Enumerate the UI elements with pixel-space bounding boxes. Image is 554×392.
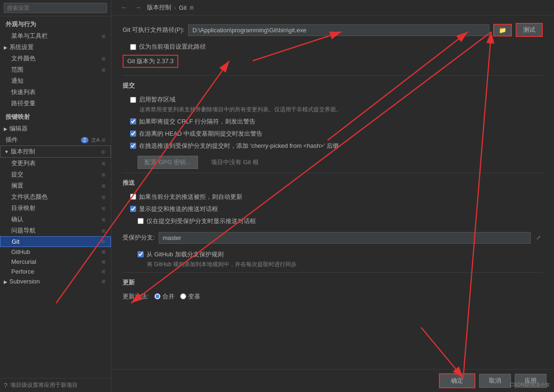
section-push: 推送	[123, 179, 543, 187]
csdn-note: CSDN@浅淡小女	[510, 381, 550, 388]
sidebar-icon-file-colors: ⊞	[102, 56, 105, 61]
breadcrumb-root: 版本控制	[147, 3, 171, 12]
ok-button[interactable]: 确定	[439, 373, 475, 388]
divider-1	[123, 75, 543, 76]
protected-branch-dialog-checkbox[interactable]	[138, 218, 144, 224]
breadcrumb-current: Git	[179, 4, 187, 11]
rebase-option: 变基	[180, 292, 200, 301]
nav-forward-button[interactable]: →	[133, 3, 143, 12]
sidebar-item-shelve[interactable]: 搁置 ⊞	[0, 180, 111, 191]
divider-2	[123, 173, 543, 173]
sidebar-item-editor[interactable]: ▶编辑器	[0, 123, 111, 134]
sidebar-icon-mercurial: ⊞	[102, 259, 105, 264]
content-area: ← → 版本控制 › Git ⊞ Git 可执行文件路径(P): 📁 测试 仅为…	[111, 0, 554, 392]
folder-button[interactable]: 📁	[493, 24, 512, 36]
show-dialog-label: 显示提交和推送的推送对话框	[139, 205, 218, 213]
protected-branch-row: 受保护分支: ⤢	[123, 230, 543, 246]
cherry-pick-row: 在挑选推送到受保护分支的提交时，添加 'cherry-picked from <…	[123, 140, 543, 152]
search-input[interactable]	[4, 3, 107, 13]
sidebar-item-file-status-color[interactable]: 文件状态颜色 ⊞	[0, 191, 111, 203]
sidebar-bottom-note[interactable]: ? 项目级设置将应用于新项目	[0, 378, 111, 392]
sidebar-item-file-colors[interactable]: 文件颜色 ⊞	[0, 53, 111, 64]
detached-head-row: 在游离的 HEAD 中或变基期间提交时发出警告	[123, 128, 543, 140]
only-for-project-checkbox[interactable]	[130, 44, 136, 50]
crlf-checkbox[interactable]	[130, 118, 136, 124]
sidebar-item-commit[interactable]: 提交 ⊞	[0, 169, 111, 180]
git-path-label: Git 可执行文件路径(P):	[123, 26, 184, 34]
test-button[interactable]: 测试	[516, 23, 543, 37]
protected-branch-label: 受保护分支:	[123, 233, 155, 242]
sidebar-item-subversion[interactable]: ▶Subversion ⊞	[0, 276, 111, 286]
auto-update-label: 如果当前分支的推送被拒，则自动更新	[139, 193, 242, 201]
update-method-label: 更新方法:	[123, 292, 149, 301]
sidebar-item-github[interactable]: GitHub ⊞	[0, 247, 111, 257]
staging-desc: 这将禁用变更列表支持并删除项目中的所有变更列表。仅适用于非模式提交界面。	[123, 106, 543, 114]
sidebar-item-vcs[interactable]: ▼版本控制 ⊞	[0, 145, 111, 158]
divider-3	[123, 272, 543, 273]
question-icon: ?	[4, 382, 7, 389]
sidebar-item-confirm[interactable]: 确认 ⊞	[0, 214, 111, 225]
sidebar-icon-dir-mapping: ⊞	[102, 206, 105, 211]
section-commit: 提交	[123, 81, 543, 90]
show-dialog-row: 显示提交和推送的推送对话框	[123, 203, 543, 215]
enable-staging-checkbox[interactable]	[130, 97, 136, 103]
sidebar-icon-menu: ⊞	[102, 34, 105, 39]
sidebar-section-keymap: 按键映射	[0, 109, 111, 123]
enable-staging-row: 启用暂存区域	[123, 94, 543, 106]
sidebar-section-appearance: 外观与行为	[0, 16, 111, 30]
only-for-project-label: 仅为当前项目设置此路径	[139, 43, 206, 51]
search-bar	[0, 0, 111, 16]
detached-head-label: 在游离的 HEAD 中或变基期间提交时发出警告	[139, 130, 262, 138]
sidebar-item-plugins[interactable]: 插件 2 文A ⊞	[0, 134, 111, 145]
git-path-input[interactable]	[188, 24, 489, 36]
cherry-pick-label: 在挑选推送到受保护分支的提交时，添加 'cherry-picked from <…	[139, 142, 339, 150]
sidebar-item-dir-mapping[interactable]: 目录映射 ⊞	[0, 203, 111, 214]
sidebar-item-mercurial[interactable]: Mercurial ⊞	[0, 257, 111, 267]
sidebar-icon-confirm: ⊞	[102, 217, 105, 222]
expand-icon[interactable]: ⤢	[534, 233, 543, 242]
sidebar-item-scope[interactable]: 范围 ⊞	[0, 64, 111, 75]
auto-update-checkbox[interactable]	[130, 194, 136, 200]
sidebar: 外观与行为 菜单与工具栏 ⊞ ▶系统设置 文件颜色 ⊞ 范围 ⊞ 通知 快速列表…	[0, 0, 111, 392]
sidebar-item-system-settings[interactable]: ▶系统设置	[0, 42, 111, 53]
content-header: ← → 版本控制 › Git ⊞	[111, 0, 554, 15]
breadcrumb: 版本控制 › Git ⊞	[147, 3, 194, 12]
rebase-label: 变基	[188, 292, 200, 301]
sidebar-icon-perforce: ⊞	[102, 269, 105, 274]
sidebar-item-perforce[interactable]: Perforce ⊞	[0, 267, 111, 276]
update-method-row: 更新方法: 合并 变基	[123, 290, 543, 303]
nav-back-button[interactable]: ←	[119, 3, 129, 12]
cherry-pick-checkbox[interactable]	[130, 143, 136, 149]
sidebar-icon-file-status: ⊞	[102, 195, 105, 200]
rebase-radio[interactable]	[180, 293, 186, 299]
bottom-bar: 确定 取消 应用	[111, 369, 554, 392]
sidebar-icon-commit: ⊞	[102, 172, 105, 177]
no-git-root-text: 项目中没有 Git 根	[204, 158, 259, 167]
merge-label: 合并	[162, 292, 175, 301]
cancel-button[interactable]: 取消	[479, 374, 511, 388]
detached-head-checkbox[interactable]	[130, 131, 136, 137]
sidebar-item-change-list[interactable]: 变更列表 ⊞	[0, 158, 111, 169]
enable-staging-label: 启用暂存区域	[139, 95, 175, 104]
sidebar-item-menu-toolbar[interactable]: 菜单与工具栏 ⊞	[0, 30, 111, 42]
git-version-badge: Git 版本为 2.37.3	[123, 55, 178, 68]
show-dialog-checkbox[interactable]	[130, 206, 136, 212]
load-github-desc: 将 GitHub 规则添加到本地规则中，并在每次提取时进行同步	[123, 261, 543, 269]
protected-branch-input[interactable]	[159, 232, 531, 244]
merge-radio[interactable]	[154, 293, 160, 299]
git-path-row: Git 可执行文件路径(P): 📁 测试	[123, 23, 543, 37]
breadcrumb-separator: ›	[174, 4, 176, 11]
sidebar-icon-shelve: ⊞	[102, 183, 105, 189]
load-github-checkbox[interactable]	[138, 251, 144, 257]
gpg-button[interactable]: 配置 GPG 密钥...	[138, 156, 198, 169]
sidebar-item-issue-nav[interactable]: 问题导航 ⊞	[0, 225, 111, 236]
crlf-row: 如果即将提交 CRLF 行分隔符，则发出警告	[123, 116, 543, 128]
sidebar-item-path-vars[interactable]: 路径变量	[0, 98, 111, 109]
sidebar-item-git[interactable]: Git ⊞	[0, 236, 111, 247]
content-body: Git 可执行文件路径(P): 📁 测试 仅为当前项目设置此路径 Git 版本为…	[111, 15, 554, 369]
sidebar-icon-issue-nav: ⊞	[102, 228, 105, 233]
sidebar-icon-translate: 文A	[91, 137, 100, 144]
sidebar-item-notifications[interactable]: 通知	[0, 75, 111, 87]
sidebar-item-quick-list[interactable]: 快速列表	[0, 87, 111, 98]
sidebar-icon-vcs: ⊞	[101, 149, 105, 154]
